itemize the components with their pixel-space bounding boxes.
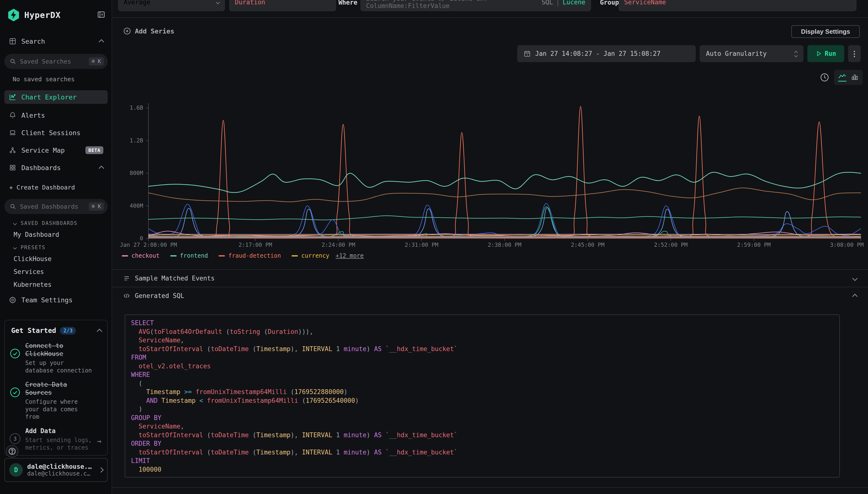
time-range-picker[interactable]: 1 Jan 27 14:08:27 - Jan 27 15:08:27 xyxy=(517,45,696,62)
add-series-label: Add Series xyxy=(135,27,174,35)
dashboards-icon xyxy=(9,164,17,172)
line-chart-toggle[interactable] xyxy=(838,73,846,81)
x-tick-label: 2:17:00 PM xyxy=(238,242,272,248)
step-desc: Start sending logs, metrics, or traces xyxy=(25,437,93,452)
aggregation-select[interactable]: Average xyxy=(118,0,225,11)
main-content: Average Duration Where Search your event… xyxy=(112,0,868,494)
sidebar-item-my-dashboard[interactable]: My Dashboard xyxy=(14,231,59,238)
select-arrows-icon xyxy=(795,51,797,57)
sidebar-item-team-settings[interactable]: Team Settings xyxy=(4,293,108,307)
sidebar-item-kubernetes[interactable]: Kubernetes xyxy=(14,281,52,288)
generated-sql-code[interactable]: SELECT AVG(toFloat64OrDefault (toString … xyxy=(125,315,840,477)
sidebar-collapse-icon[interactable] xyxy=(97,11,105,20)
search-icon xyxy=(10,58,16,64)
run-button[interactable]: Run xyxy=(807,45,844,62)
step-title: Create Data Sources xyxy=(25,381,93,397)
more-options-button[interactable]: ⋮ xyxy=(848,45,861,62)
section-saved-dashboards[interactable]: SAVED DASHBOARDS xyxy=(14,220,77,226)
legend-item-frontend[interactable]: frontend xyxy=(170,252,208,259)
chevron-up-icon xyxy=(852,294,858,299)
sidebar-item-service-map[interactable]: Service Map BETA xyxy=(4,144,108,157)
sidebar-item-chart-explorer[interactable]: Chart Explorer xyxy=(4,90,108,104)
chart-canvas[interactable] xyxy=(146,102,864,242)
section-title: Generated SQL xyxy=(135,292,185,299)
app-title: HyperDX xyxy=(24,10,61,20)
sidebar-item-label: Service Map xyxy=(21,147,65,154)
x-tick-label: 2:52:00 PM xyxy=(654,242,688,248)
generated-sql-section[interactable]: Generated SQL xyxy=(112,287,868,304)
lucene-search-input[interactable]: Search your events w/ Lucene ex: ColumnN… xyxy=(361,0,591,11)
legend-label: fraud-detection xyxy=(228,252,281,259)
step-desc: Set up your database connection xyxy=(25,359,93,374)
chevron-up-icon xyxy=(99,166,104,171)
field-input[interactable]: Duration xyxy=(229,0,336,11)
bell-icon xyxy=(9,111,17,119)
chevron-up-icon xyxy=(97,328,102,334)
sidebar-item-client-sessions[interactable]: Client Sessions xyxy=(4,126,108,139)
create-dashboard-button[interactable]: + Create Dashboard xyxy=(9,184,75,191)
get-started-step-2[interactable]: Create Data Sources Configure where your… xyxy=(5,376,107,422)
legend-item-currency[interactable]: currency xyxy=(292,252,329,259)
toolbar-divider xyxy=(112,17,868,18)
plus-circle-icon xyxy=(123,27,131,35)
mode-sql[interactable]: SQL xyxy=(541,0,553,6)
user-account-button[interactable]: D dale@clickhouse.… dale@clickhouse.c… xyxy=(4,458,108,482)
mode-lucene[interactable]: Lucene xyxy=(563,0,585,6)
legend-swatch xyxy=(292,255,298,256)
step-number: 3 xyxy=(10,433,20,444)
x-tick-label: 2:45:00 PM xyxy=(571,242,604,248)
saved-searches-placeholder: Saved Searches xyxy=(20,58,71,65)
granularity-value: Auto Granularity xyxy=(706,50,767,57)
series-frontend xyxy=(149,172,861,192)
display-settings-button[interactable]: Display Settings xyxy=(791,25,860,38)
legend-swatch xyxy=(218,255,225,256)
y-tick-label: 0 xyxy=(114,235,143,242)
series-other-lightblue xyxy=(149,207,861,237)
svg-text:1: 1 xyxy=(527,53,528,56)
add-series-button[interactable]: Add Series xyxy=(123,27,174,35)
service-map-icon xyxy=(9,146,17,154)
sidebar-item-alerts[interactable]: Alerts xyxy=(4,109,108,122)
get-started-step-3[interactable]: 3 Add Data Start sending logs, metrics, … xyxy=(5,422,107,453)
y-tick-label: 1.2B xyxy=(114,137,143,144)
sidebar-item-dashboards[interactable]: Dashboards xyxy=(4,161,108,174)
clock-icon[interactable] xyxy=(820,73,829,82)
x-tick-label: 2:59:00 PM xyxy=(737,242,770,248)
granularity-select[interactable]: Auto Granularity xyxy=(700,45,804,62)
legend-item-fraud-detection[interactable]: fraud-detection xyxy=(218,252,281,259)
check-circle-icon xyxy=(10,342,21,374)
legend-swatch xyxy=(170,255,177,256)
y-tick-label: 400M xyxy=(114,203,143,209)
sidebar-item-label: Team Settings xyxy=(21,296,73,304)
bar-chart-toggle[interactable] xyxy=(851,73,859,82)
legend-label: frontend xyxy=(180,252,208,259)
sidebar-item-label: Chart Explorer xyxy=(21,93,77,101)
aggregation-value: Average xyxy=(124,0,150,6)
saved-dashboards-placeholder: Saved Dashboards xyxy=(20,203,78,210)
timeseries-chart[interactable] xyxy=(146,102,864,242)
sidebar-item-services[interactable]: Services xyxy=(14,268,44,276)
sample-matched-events-section[interactable]: Sample Matched Events xyxy=(112,269,868,287)
get-started-card: Get Started 2/3 Connect to ClickHouse Se… xyxy=(4,320,108,456)
step-title: Add Data xyxy=(25,427,93,435)
legend-more-link[interactable]: +12 more xyxy=(336,252,364,259)
sidebar-item-label: Dashboards xyxy=(21,164,61,172)
saved-searches-input[interactable]: Saved Searches ⌘ K xyxy=(4,54,108,69)
check-circle-icon xyxy=(10,381,21,421)
play-icon xyxy=(816,51,822,57)
sidebar-item-clickhouse[interactable]: ClickHouse xyxy=(14,255,52,263)
hyperdx-logo-icon xyxy=(7,8,20,22)
saved-dashboards-input[interactable]: Saved Dashboards ⌘ K xyxy=(4,199,108,214)
get-started-step-1[interactable]: Connect to ClickHouse Set up your databa… xyxy=(5,337,107,376)
y-axis-labels: 0400M800M1.2B1.6B xyxy=(112,102,146,247)
get-started-header[interactable]: Get Started 2/3 xyxy=(5,320,107,337)
help-button[interactable] xyxy=(6,445,18,458)
legend-item-checkout[interactable]: checkout xyxy=(122,252,160,259)
group-by-input[interactable]: ServiceName xyxy=(619,0,856,11)
sidebar-item-search[interactable]: Search xyxy=(4,35,108,48)
laptop-icon xyxy=(9,129,17,137)
series-other-teal-low xyxy=(149,216,861,220)
y-tick-label: 800M xyxy=(114,170,143,177)
bar-chart-icon xyxy=(851,73,859,81)
section-presets[interactable]: PRESETS xyxy=(14,245,45,250)
